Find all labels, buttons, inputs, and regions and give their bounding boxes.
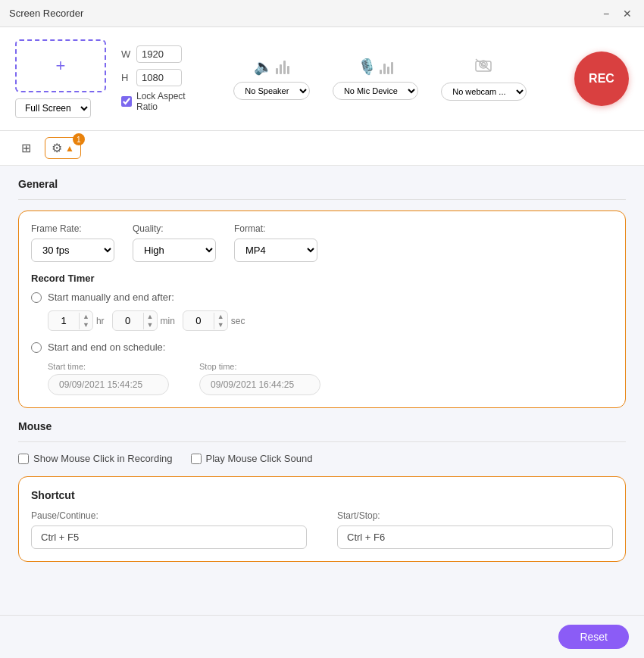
show-click-label: Show Mouse Click in Recording [33,453,173,464]
minimize-button[interactable]: − [599,6,614,21]
format-group: Format: MP4 AVI MOV MKV [234,223,317,262]
play-sound-checkbox[interactable] [191,454,202,464]
shortcut-title: Shortcut [31,489,613,501]
hr-group: ▲ ▼ hr [48,310,105,331]
speaker-bars [276,59,289,74]
play-sound-item: Play Mouse Click Sound [191,453,313,464]
time-inputs-row: ▲ ▼ hr ▲ ▼ min [48,310,613,331]
webcam-device: No webcam ... [441,58,527,101]
add-screen-icon: + [56,56,66,76]
record-timer-title: Record Timer [31,273,613,284]
hr-up-btn[interactable]: ▲ [80,313,92,321]
mouse-checkbox-row: Show Mouse Click in Recording Play Mouse… [18,453,626,464]
general-separator [18,199,626,200]
lock-aspect-checkbox[interactable] [121,96,132,107]
settings-icon: ⚙ [52,141,62,155]
settings-button[interactable]: ⚙ ▲ 1 [45,137,81,159]
mouse-section: Mouse Show Mouse Click in Recording Play… [18,420,626,464]
sec-up-btn[interactable]: ▲ [214,313,227,321]
stop-time-group: Stop time: 09/09/2021 16:44:25 [199,362,320,395]
main-content: + Full Screen W H Lock AspectRatio [0,27,644,658]
datetime-fields: Start time: 09/09/2021 15:44:25 Stop tim… [48,362,613,395]
sec-group: ▲ ▼ sec [183,310,245,331]
sec-spinners: ▲ ▼ [214,313,227,329]
schedule-row: Start and end on schedule: [31,341,613,353]
sec-input[interactable] [183,311,214,330]
general-settings-card: Frame Rate: 30 fps 15 fps 60 fps Quality… [18,210,626,408]
gallery-button[interactable]: ⊞ [15,138,37,158]
start-stop-input[interactable]: Ctrl + F6 [337,525,613,549]
mic-device: 🎙️ No Mic Device [333,58,418,100]
width-label: W [121,48,132,60]
general-options-row: Frame Rate: 30 fps 15 fps 60 fps Quality… [31,223,613,262]
audio-section: 🔈 No Speaker 🎙️ [201,58,559,101]
mic-dropdown[interactable]: No Mic Device [333,82,418,100]
format-select[interactable]: MP4 AVI MOV MKV [234,239,317,262]
start-manually-label: Start manually and end after: [48,292,174,303]
app-title: Screen Recorder [9,8,83,19]
speaker-dropdown[interactable]: No Speaker [233,82,310,100]
hr-input-box: ▲ ▼ [48,310,93,331]
bottom-bar: Reset [0,615,644,658]
show-click-checkbox[interactable] [18,454,29,464]
min-spinners: ▲ ▼ [143,313,157,329]
frame-rate-select[interactable]: 30 fps 15 fps 60 fps [31,239,114,262]
min-group: ▲ ▼ min [112,310,175,331]
min-up-btn[interactable]: ▲ [144,313,157,321]
hr-spinners: ▲ ▼ [79,313,92,329]
pause-continue-field: Pause/Continue: Ctrl + F5 [31,510,307,549]
mic-icon: 🎙️ [358,58,377,76]
stop-time-label: Stop time: [199,362,320,371]
stop-time-input[interactable]: 09/09/2021 16:44:25 [199,374,320,395]
general-section-title: General [18,178,626,190]
pause-continue-label: Pause/Continue: [31,510,307,521]
height-label: H [121,72,132,83]
dimensions-area: W H Lock AspectRatio [121,45,186,112]
mouse-title: Mouse [18,420,626,432]
screen-dropdown[interactable]: Full Screen [15,98,91,118]
show-click-item: Show Mouse Click in Recording [18,453,173,464]
gallery-icon: ⊞ [21,141,31,155]
webcam-icon [474,58,492,76]
min-input[interactable] [113,311,143,330]
schedule-label: Start and end on schedule: [48,341,165,353]
webcam-dropdown[interactable]: No webcam ... [441,83,527,101]
sec-unit: sec [231,316,245,326]
width-input[interactable] [136,45,182,63]
quality-select[interactable]: High Low Medium [133,239,216,262]
window-controls: − ✕ [599,6,635,21]
chevron-icon: ▲ [65,143,74,154]
hr-down-btn[interactable]: ▼ [80,321,92,329]
top-area: + Full Screen W H Lock AspectRatio [0,27,644,131]
quality-group: Quality: High Low Medium [133,223,216,262]
settings-badge: 1 [73,133,85,145]
rec-button[interactable]: REC [574,51,629,106]
pause-continue-input[interactable]: Ctrl + F5 [31,525,307,549]
settings-area: General Frame Rate: 30 fps 15 fps 60 fps… [0,166,644,615]
hr-input[interactable] [48,311,79,330]
close-button[interactable]: ✕ [620,6,635,21]
start-stop-field: Start/Stop: Ctrl + F6 [337,510,613,549]
min-unit: min [161,316,175,326]
min-input-box: ▲ ▼ [112,310,158,331]
screen-select-box[interactable]: + [15,39,106,92]
start-stop-label: Start/Stop: [337,510,613,521]
shortcut-row: Pause/Continue: Ctrl + F5 Start/Stop: Ct… [31,510,613,549]
lock-aspect-label: Lock AspectRatio [136,91,186,112]
speaker-icon: 🔈 [254,58,273,76]
sec-down-btn[interactable]: ▼ [214,321,227,329]
hr-unit: hr [96,316,105,326]
start-manually-radio[interactable] [31,292,42,303]
min-down-btn[interactable]: ▼ [144,321,157,329]
mouse-separator [18,441,626,442]
schedule-radio[interactable] [31,342,42,353]
format-label: Format: [234,223,317,234]
sec-input-box: ▲ ▼ [183,310,228,331]
frame-rate-group: Frame Rate: 30 fps 15 fps 60 fps [31,223,114,262]
title-bar: Screen Recorder − ✕ [0,0,644,27]
height-input[interactable] [136,69,182,86]
start-time-group: Start time: 09/09/2021 15:44:25 [48,362,169,395]
reset-button[interactable]: Reset [558,625,629,649]
frame-rate-label: Frame Rate: [31,223,114,234]
start-time-input[interactable]: 09/09/2021 15:44:25 [48,374,169,395]
